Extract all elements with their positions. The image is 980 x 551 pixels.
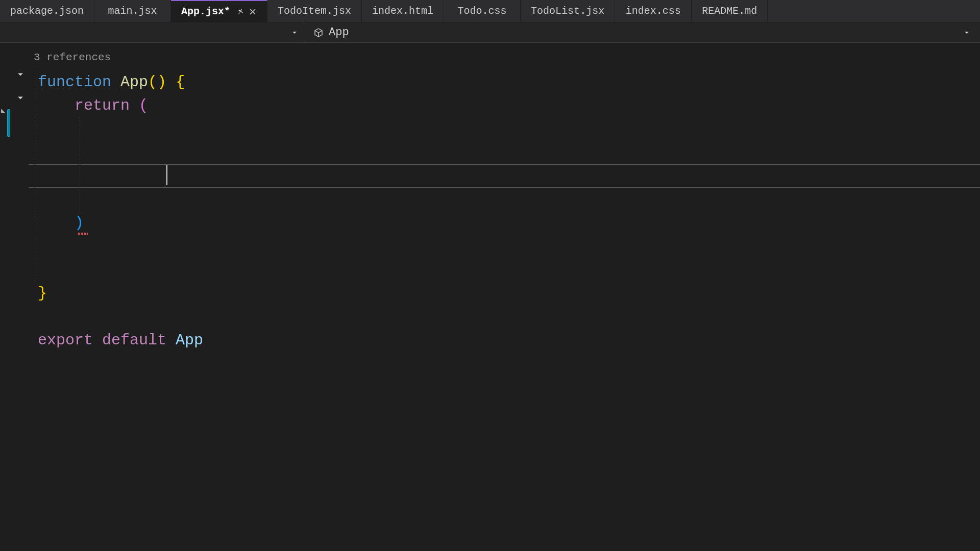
chevron-down-icon — [963, 29, 971, 37]
keyword-default: default — [102, 332, 166, 349]
function-name: App — [120, 73, 148, 91]
code-line-current — [29, 117, 980, 211]
keyword-function: function — [38, 73, 111, 91]
tab-label: index.html — [372, 5, 433, 17]
paren-open: ( — [139, 97, 148, 114]
tab-readme-md[interactable]: README.md — [692, 0, 768, 22]
chevron-down-icon — [290, 29, 299, 37]
fold-chevron-icon[interactable] — [15, 93, 26, 106]
tab-label: TodoItem.jsx — [278, 5, 351, 17]
breadcrumb-symbol-dropdown[interactable]: App — [305, 22, 980, 42]
brace-open: { — [176, 73, 185, 91]
code-line: } — [29, 282, 980, 305]
paren-open: ( — [148, 73, 157, 91]
cube-icon — [313, 28, 324, 38]
tab-label: App.jsx* — [181, 6, 230, 17]
identifier-app: App — [176, 332, 203, 349]
lightbulb-icon[interactable]: ◣ — [1, 106, 5, 115]
keyword-return: return — [75, 97, 130, 114]
tab-app-jsx[interactable]: App.jsx* — [171, 0, 267, 22]
breadcrumb-bar: App — [0, 22, 980, 43]
tab-package-json[interactable]: package.json — [0, 0, 94, 22]
tab-main-jsx[interactable]: main.jsx — [94, 0, 171, 22]
paren-close: ) — [75, 214, 84, 232]
code-area[interactable]: 3 references function App() { return ( )… — [29, 43, 980, 551]
tab-label: main.jsx — [108, 5, 157, 17]
tab-todo-css[interactable]: Todo.css — [444, 0, 521, 22]
tab-label: TodoList.jsx — [531, 5, 604, 17]
tab-label: package.json — [10, 5, 84, 17]
tab-todolist-jsx[interactable]: TodoList.jsx — [521, 0, 615, 22]
tab-todoitem-jsx[interactable]: TodoItem.jsx — [267, 0, 362, 22]
tab-bar: package.json main.jsx App.jsx* TodoItem.… — [0, 0, 980, 22]
breadcrumb-scope-dropdown[interactable] — [0, 22, 305, 42]
tab-label: Todo.css — [458, 5, 507, 17]
current-line-highlight — [29, 164, 980, 188]
code-line: ) — [29, 211, 980, 282]
diff-change-marker[interactable] — [7, 109, 10, 137]
gutter: ◣ — [0, 43, 29, 551]
code-line — [29, 305, 980, 329]
paren-close: ) — [157, 73, 166, 91]
code-line: return ( — [29, 94, 980, 117]
tab-index-html[interactable]: index.html — [362, 0, 444, 22]
code-editor[interactable]: ◣ 3 references function App() { return (… — [0, 43, 980, 551]
breadcrumb-symbol-label: App — [329, 26, 349, 39]
tab-label: README.md — [702, 5, 757, 17]
tab-label: index.css — [626, 5, 681, 17]
fold-chevron-icon[interactable] — [15, 69, 26, 82]
pin-icon[interactable] — [236, 8, 244, 16]
close-icon[interactable] — [249, 8, 257, 16]
code-line: function App() { — [29, 70, 980, 94]
error-squiggle — [78, 233, 88, 235]
brace-close: } — [38, 285, 47, 302]
tab-index-css[interactable]: index.css — [615, 0, 692, 22]
code-line: export default App — [29, 329, 980, 352]
keyword-export: export — [38, 332, 93, 349]
codelens-references[interactable]: 3 references — [34, 46, 980, 69]
